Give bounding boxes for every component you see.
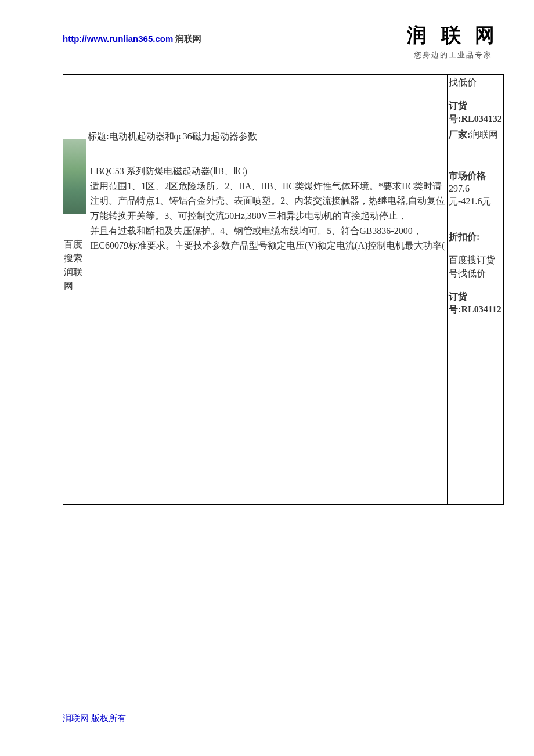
header-link[interactable]: http://www.runlian365.com 润联网 [63, 34, 201, 45]
order-number-block: 订货号:RL034132 [449, 99, 502, 125]
manufacturer-block: 厂家:润联网 [449, 128, 502, 141]
logo-subtitle: 您身边的工业品专家 [407, 50, 499, 60]
table-row: 找低价 订货号:RL034132 [63, 75, 504, 127]
content-body: LBQC53 系列防爆电磁起动器(ⅡB、ⅡC) 适用范围1、1区、2区危险场所。… [88, 164, 446, 253]
header-site-name: 润联网 [175, 34, 201, 44]
product-thumbnail [63, 139, 86, 214]
find-low-price-text: 找低价 [449, 76, 502, 89]
order-number-block-2: 订货号:RL034112 [449, 290, 502, 316]
order-number-value-2: RL034112 [461, 304, 501, 314]
body-line-3: 并且有过载和断相及失压保护。4、钢管或电缆布线均可。5、符合GB3836-200… [90, 224, 446, 253]
row1-left-cell [63, 75, 86, 127]
manufacturer-label: 厂家: [449, 129, 470, 139]
baidu-search-order-text: 百度搜订货号找低价 [449, 254, 502, 280]
header-url: http://www.runlian365.com [63, 34, 173, 44]
baidu-search-text: 百度搜索润联网 [64, 237, 86, 293]
manufacturer-value: 润联网 [470, 129, 498, 139]
footer-copyright: 润联网 版权所有 [63, 713, 126, 724]
title-text: 电动机起动器和qc36磁力起动器参数 [109, 131, 257, 141]
row1-right-cell: 找低价 订货号:RL034132 [448, 75, 504, 127]
market-price-label: 市场价格 [449, 170, 502, 182]
body-line-2: 适用范围1、1区、2区危险场所。2、IIA、IIB、IIC类爆炸性气体环境。*要… [90, 179, 446, 224]
market-price-value: 297.6元-421.6元 [449, 182, 502, 208]
body-line-1: LBQC53 系列防爆电磁起动器(ⅡB、ⅡC) [90, 164, 446, 179]
row2-mid-cell: 标题:电动机起动器和qc36磁力起动器参数 LBQC53 系列防爆电磁起动器(Ⅱ… [86, 127, 448, 505]
row2-left-cell: 百度搜索润联网 [63, 127, 86, 505]
content-title: 标题:电动机起动器和qc36磁力起动器参数 [88, 131, 446, 143]
main-table: 找低价 订货号:RL034132 百度搜索润联网 标题:电动机起动器和qc36磁… [63, 74, 504, 505]
row1-mid-cell [86, 75, 448, 127]
logo-main: 润 联 网 [407, 22, 499, 49]
logo-area: 润 联 网 您身边的工业品专家 [407, 22, 499, 60]
row2-right-cell: 厂家:润联网 市场价格 297.6元-421.6元 折扣价: 百度搜订货号找低价… [448, 127, 504, 505]
order-number-value: RL034132 [461, 114, 501, 124]
table-row: 百度搜索润联网 标题:电动机起动器和qc36磁力起动器参数 LBQC53 系列防… [63, 127, 504, 505]
discount-price-label: 折扣价: [449, 231, 502, 243]
title-label: 标题: [88, 131, 109, 141]
market-price-block: 市场价格 297.6元-421.6元 [449, 170, 502, 208]
